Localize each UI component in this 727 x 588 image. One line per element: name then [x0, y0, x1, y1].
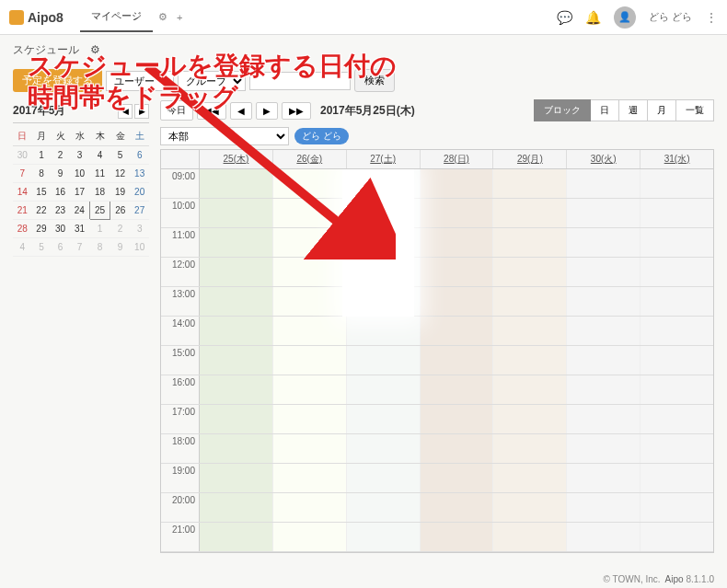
- time-slot[interactable]: [273, 375, 347, 404]
- time-slot[interactable]: [493, 405, 567, 433]
- minical-next[interactable]: ▶: [134, 104, 149, 119]
- time-slot[interactable]: [640, 199, 713, 227]
- time-slot[interactable]: [567, 199, 640, 227]
- minical-day[interactable]: 19: [110, 183, 131, 202]
- time-slot[interactable]: [493, 228, 567, 257]
- time-slot[interactable]: [567, 287, 640, 316]
- user-tag[interactable]: どら どら: [294, 128, 349, 144]
- next-day[interactable]: ▶: [256, 102, 278, 120]
- time-slot[interactable]: [421, 523, 494, 551]
- minical-day[interactable]: 29: [32, 220, 52, 238]
- minical-day[interactable]: 5: [110, 146, 131, 165]
- time-slot[interactable]: [273, 317, 347, 345]
- time-slot[interactable]: [273, 169, 347, 198]
- time-slot[interactable]: [347, 493, 421, 522]
- time-slot[interactable]: [640, 405, 713, 433]
- chat-icon[interactable]: 💬: [557, 10, 572, 25]
- minical-day[interactable]: 22: [32, 202, 52, 220]
- day-header[interactable]: 27(土): [347, 150, 421, 168]
- tab-mypage[interactable]: マイページ: [80, 2, 153, 32]
- time-slot[interactable]: [273, 464, 347, 492]
- time-slot[interactable]: [640, 523, 713, 551]
- time-slot[interactable]: [640, 375, 713, 404]
- time-slot[interactable]: [347, 523, 421, 551]
- time-slot[interactable]: [421, 258, 494, 286]
- time-slot[interactable]: [273, 199, 347, 227]
- time-slot[interactable]: [421, 346, 494, 375]
- minical-day[interactable]: 8: [32, 165, 52, 183]
- time-slot[interactable]: [200, 405, 273, 433]
- minical-day[interactable]: 3: [70, 146, 90, 165]
- time-slot[interactable]: [200, 199, 273, 227]
- day-header[interactable]: 28(日): [421, 150, 494, 168]
- minical-day[interactable]: 1: [89, 220, 110, 238]
- view-3[interactable]: 月: [648, 99, 676, 121]
- time-slot[interactable]: [200, 523, 273, 551]
- minical-day[interactable]: 8: [89, 238, 110, 257]
- register-button[interactable]: 予定を登録する: [13, 69, 102, 92]
- plus-icon[interactable]: +: [177, 12, 182, 23]
- time-slot[interactable]: [200, 434, 273, 463]
- minical-day[interactable]: 31: [70, 220, 90, 238]
- time-slot[interactable]: [640, 258, 713, 286]
- minical-day[interactable]: 4: [13, 238, 32, 257]
- view-1[interactable]: 日: [591, 99, 619, 121]
- time-slot[interactable]: [421, 464, 494, 492]
- time-slot[interactable]: [200, 169, 273, 198]
- time-slot[interactable]: [200, 464, 273, 492]
- time-slot[interactable]: [421, 199, 494, 227]
- time-slot[interactable]: [421, 434, 494, 463]
- group-select[interactable]: グループ: [178, 71, 246, 91]
- time-slot[interactable]: [273, 258, 347, 286]
- time-slot[interactable]: [347, 464, 421, 492]
- time-slot[interactable]: [200, 375, 273, 404]
- minical-prev[interactable]: ◀: [118, 104, 133, 119]
- minical-day[interactable]: 7: [70, 238, 90, 257]
- minical-day[interactable]: 24: [70, 202, 90, 220]
- time-slot[interactable]: [347, 434, 421, 463]
- time-slot[interactable]: [567, 317, 640, 345]
- time-slot[interactable]: [493, 464, 567, 492]
- day-header[interactable]: 31(水): [640, 150, 713, 168]
- search-button[interactable]: 検索: [354, 69, 395, 92]
- minical-day[interactable]: 30: [51, 220, 70, 238]
- time-slot[interactable]: [347, 346, 421, 375]
- minical-day[interactable]: 18: [89, 183, 110, 202]
- user-select[interactable]: ユーザー: [106, 71, 174, 91]
- minical-day[interactable]: 4: [89, 146, 110, 165]
- minical-day[interactable]: 2: [51, 146, 70, 165]
- time-slot[interactable]: [273, 434, 347, 463]
- logo[interactable]: Aipo8: [9, 10, 63, 25]
- time-slot[interactable]: [567, 375, 640, 404]
- time-slot[interactable]: [493, 287, 567, 316]
- minical-day[interactable]: 25: [89, 202, 110, 220]
- time-slot[interactable]: [421, 287, 494, 316]
- time-slot[interactable]: [200, 346, 273, 375]
- time-slot[interactable]: [493, 199, 567, 227]
- time-slot[interactable]: [493, 317, 567, 345]
- day-header[interactable]: 26(金): [273, 150, 347, 168]
- view-2[interactable]: 週: [619, 99, 648, 121]
- time-slot[interactable]: [200, 287, 273, 316]
- dept-select[interactable]: 本部: [160, 127, 289, 145]
- minical-day[interactable]: 20: [130, 183, 149, 202]
- minical-day[interactable]: 5: [32, 238, 52, 257]
- time-slot[interactable]: [347, 287, 421, 316]
- avatar[interactable]: 👤: [614, 6, 636, 29]
- minical-day[interactable]: 11: [89, 165, 110, 183]
- minical-day[interactable]: 9: [51, 165, 70, 183]
- prev-day[interactable]: ◀: [230, 102, 252, 120]
- time-slot[interactable]: [200, 493, 273, 522]
- time-slot[interactable]: [421, 493, 494, 522]
- time-slot[interactable]: [273, 287, 347, 316]
- time-slot[interactable]: [421, 405, 494, 433]
- minical-day[interactable]: 6: [130, 146, 149, 165]
- minical-day[interactable]: 12: [110, 165, 131, 183]
- time-slot[interactable]: [567, 169, 640, 198]
- time-slot[interactable]: [421, 317, 494, 345]
- minical-day[interactable]: 13: [130, 165, 149, 183]
- time-slot[interactable]: [347, 258, 421, 286]
- time-slot[interactable]: [567, 228, 640, 257]
- time-slot[interactable]: [493, 434, 567, 463]
- minical-day[interactable]: 9: [110, 238, 131, 257]
